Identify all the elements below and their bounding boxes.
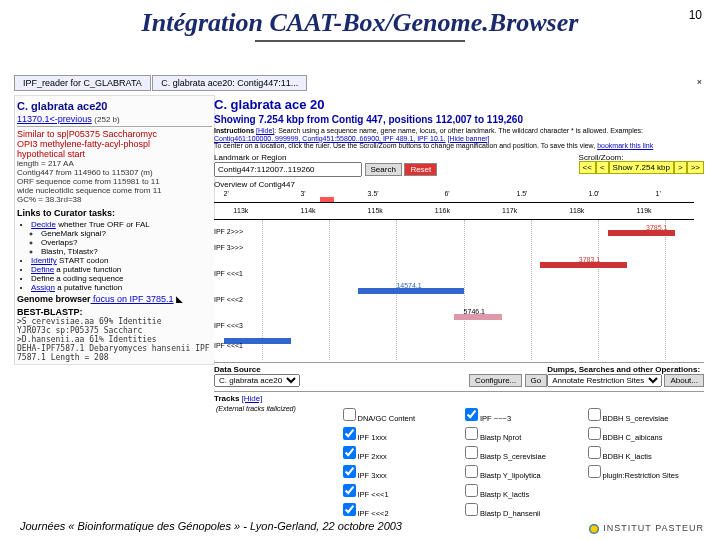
detail-tick: 118k: [569, 207, 584, 214]
decide-link[interactable]: Decide: [31, 220, 56, 229]
scroll-zoom: Scroll/Zoom: <<<Show 7.254 kbp>>>: [579, 152, 704, 172]
define-func-link[interactable]: Define: [31, 265, 54, 274]
track-checkbox[interactable]: [343, 465, 356, 478]
track-checkbox[interactable]: [465, 465, 478, 478]
assign-text: a putative function: [55, 283, 122, 292]
start-text: START codon: [57, 256, 109, 265]
detail-tick: 113k: [233, 207, 248, 214]
zoom-select[interactable]: Show 7.254 kbp: [609, 161, 674, 174]
hide-instr-link[interactable]: [Hide]: [256, 127, 274, 134]
instructions: Instructions [Hide]: Search using a sequ…: [214, 127, 704, 150]
detail-ruler[interactable]: 113k 114k 115k 116k 117k 118k 119k: [214, 207, 694, 220]
feature-label: 3785.1: [646, 224, 667, 231]
zoom-right-2[interactable]: >>: [687, 161, 704, 174]
similarity-3: hypothetical start: [17, 149, 212, 159]
search-button[interactable]: Search: [365, 163, 402, 176]
example-link[interactable]: Contig461:100000..999999, Contig451:5580…: [214, 135, 446, 142]
tab-gbrowse[interactable]: C. glabrata ace20: Contig447:11...: [152, 75, 307, 91]
gb-focus-link[interactable]: focus on IPF 3785.1: [91, 294, 174, 304]
detail-tick: 119k: [636, 207, 651, 214]
orf-label: ORF sequence come from 115981 to 11: [17, 177, 212, 186]
blastp-row-3: >D.hansenii.aa 61% Identities: [17, 335, 212, 344]
instr-text-1: Search using a sequence name, gene name,…: [278, 127, 643, 134]
curator-links-header: Links to Curator tasks:: [17, 208, 212, 218]
track-option: plugin:Restriction Sites: [603, 471, 679, 480]
bookmark-link[interactable]: bookmark this link: [597, 142, 653, 149]
track-option: IPF 1xxx: [358, 433, 387, 442]
coding-seq-item: Define a coding sequence: [31, 274, 212, 283]
wide-label: wide nucleotidic sequence come from 11: [17, 186, 212, 195]
track-option: IPF 3xxx: [358, 471, 387, 480]
tab-ipf-reader[interactable]: IPF_reader for C_GLABRATA: [14, 75, 151, 91]
prev-size: (252 b): [94, 115, 119, 124]
overview-ruler[interactable]: 2' 3' 3.5' 6' 1.5' 1.0' 1': [214, 190, 694, 203]
tracks-row: Tracks [Hide] (External tracks italicize…: [214, 391, 704, 521]
assign-link[interactable]: Assign: [31, 283, 55, 292]
main-title: C. glabrata ace 20: [214, 97, 704, 112]
blastp-row-1: >S_cerevisiae.aa 69% Identitie: [17, 317, 212, 326]
track-checkbox[interactable]: [588, 408, 601, 421]
track-checkbox[interactable]: [465, 446, 478, 459]
detail-tick: 114k: [300, 207, 315, 214]
overlaps-item: Overlaps?: [41, 238, 212, 247]
overview-label: Overview of Contig447: [214, 180, 704, 189]
data-source-select[interactable]: C. glabrata ace20: [214, 374, 300, 387]
track-checkbox[interactable]: [343, 484, 356, 497]
zoom-left-1[interactable]: <: [596, 161, 609, 174]
track-option: Blastp K_lactis: [480, 490, 529, 499]
feature-label: 5746.1: [464, 308, 485, 315]
track-label: IPF <<<1: [214, 270, 243, 277]
zoom-left-2[interactable]: <<: [579, 161, 596, 174]
ruler-tick: 3': [300, 190, 305, 197]
browser-tabs: IPF_reader for C_GLABRATA C. glabrata ac…: [14, 75, 709, 91]
cursor-icon: ◣: [176, 294, 183, 304]
location-label: Contig447 from 114960 to 115307 (m): [17, 168, 212, 177]
similarity-2: OPI3 methylene-fatty-acyl-phospl: [17, 139, 212, 149]
instr-label: Instructions: [214, 127, 254, 134]
gc-label: GC% = 38.3rd=38: [17, 195, 212, 204]
external-tracks-note: (External tracks italicized): [216, 405, 335, 412]
go-button[interactable]: Go: [525, 374, 548, 387]
hide-tracks-link[interactable]: [Hide]: [242, 394, 263, 403]
hide-banner-link[interactable]: [Hide banner]: [448, 135, 490, 142]
ruler-tick: 1.5': [516, 190, 527, 197]
reset-button[interactable]: Reset: [404, 163, 437, 176]
title-underline: [255, 40, 465, 42]
track-label: IPF 3>>>: [214, 244, 243, 251]
zoom-right-1[interactable]: >: [674, 161, 687, 174]
ruler-tick: 2': [224, 190, 229, 197]
length-label: length = 217 AA: [17, 159, 212, 168]
ruler-tick: 6': [444, 190, 449, 197]
dumps-label: Dumps, Searches and other Operations:: [547, 365, 700, 374]
track-checkbox[interactable]: [465, 503, 478, 516]
identify-link[interactable]: Identify: [31, 256, 57, 265]
track-checkbox[interactable]: [588, 465, 601, 478]
track-checkbox[interactable]: [343, 446, 356, 459]
data-source-label: Data Source: [214, 365, 261, 374]
track-checkbox[interactable]: [465, 484, 478, 497]
landmark-input[interactable]: [214, 162, 362, 177]
tracks-header: Tracks: [214, 394, 239, 403]
track-label: IPF <<<1: [214, 342, 243, 349]
track-checkbox[interactable]: [465, 427, 478, 440]
track-checkbox[interactable]: [588, 446, 601, 459]
track-checkbox[interactable]: [343, 408, 356, 421]
track-checkbox[interactable]: [465, 408, 478, 421]
prev-ipf-link[interactable]: 11370.1<-previous: [17, 114, 92, 124]
track-option: Blastp Nprot: [480, 433, 521, 442]
track-option: IPF 2xxx: [358, 452, 387, 461]
decide-text: whether True ORF or FAL: [56, 220, 150, 229]
close-icon[interactable]: ×: [689, 75, 710, 89]
track-option: Blastp Y_lipolytica: [480, 471, 541, 480]
detail-tick: 116k: [435, 207, 450, 214]
left-panel: C. glabrata ace20 11370.1<-previous (252…: [14, 95, 215, 365]
dump-select[interactable]: Annotate Restriction Sites: [547, 374, 662, 387]
track-option: DNA/GC Content: [358, 414, 416, 423]
track-option: Blastp D_hansenii: [480, 509, 540, 518]
about-button[interactable]: About...: [664, 374, 704, 387]
configure-button[interactable]: Configure...: [469, 374, 522, 387]
track-checkbox[interactable]: [343, 503, 356, 516]
track-checkbox[interactable]: [588, 427, 601, 440]
similarity-1: Similar to sp|P05375 Saccharomyc: [17, 129, 212, 139]
track-checkbox[interactable]: [343, 427, 356, 440]
